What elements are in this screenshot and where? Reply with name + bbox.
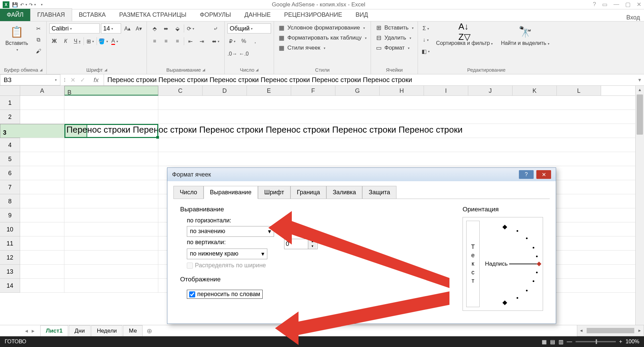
col-header-H[interactable]: H [380, 86, 424, 95]
conditional-formatting-button[interactable]: ▦Условное форматирование▾ [277, 23, 366, 32]
orientation-icon[interactable]: ⟳▾ [185, 23, 196, 33]
fill-color-icon[interactable]: 🪣▾ [98, 36, 108, 46]
align-middle-icon[interactable]: ⬌ [161, 23, 171, 33]
horizontal-scrollbar[interactable]: ◄ ► [577, 325, 644, 336]
sheet-tab[interactable]: Ме [123, 325, 143, 337]
dialog-close-icon[interactable]: ✕ [536, 170, 551, 179]
formula-input[interactable]: Перенос строки Перенос строки Перенос ст… [104, 74, 635, 85]
font-name-combo[interactable]: Calibri▾ [49, 23, 100, 33]
dlg-tab-number[interactable]: Число [173, 186, 204, 199]
format-painter-icon[interactable]: 🖌 [34, 46, 44, 56]
dlg-tab-alignment[interactable]: Выравнивание [204, 186, 258, 199]
sort-filter-button[interactable]: A↓Z▽ Сортировка и фильтр▾ [433, 23, 495, 48]
align-left-icon[interactable]: ≡ [150, 36, 160, 46]
tab-formulas[interactable]: ФОРМУЛЫ [193, 9, 238, 21]
expand-fbar-icon[interactable]: ▾ [635, 74, 644, 85]
scrollbar-thumb[interactable] [587, 328, 634, 333]
tab-view[interactable]: ВИД [349, 9, 375, 21]
confirm-icon[interactable]: ✓ [80, 76, 85, 84]
dots-icon[interactable]: ⁝ [64, 76, 66, 84]
italic-button[interactable]: К [61, 36, 71, 46]
cell-styles-button[interactable]: ▦Стили ячеек▾ [277, 44, 327, 52]
col-header-G[interactable]: G [335, 86, 380, 95]
vertical-align-select[interactable]: по нижнему краю▾ [187, 249, 267, 259]
dialog-help-icon[interactable]: ? [519, 170, 534, 179]
redo-icon[interactable]: ↷▾ [29, 1, 36, 8]
undo-icon[interactable]: ↶▾ [20, 1, 27, 8]
decrease-decimal-icon[interactable]: ←.0 [239, 49, 249, 59]
dialog-launcher-icon[interactable]: ◢ [104, 68, 107, 72]
col-header-L[interactable]: L [557, 86, 601, 95]
dialog-launcher-icon[interactable]: ◢ [40, 68, 42, 72]
save-icon[interactable]: 💾 [11, 1, 18, 8]
sheet-nav-next-icon[interactable]: ► [31, 328, 36, 334]
autosum-icon[interactable]: Σ▾ [421, 23, 431, 33]
number-format-combo[interactable]: Общий▾ [227, 23, 271, 33]
align-right-icon[interactable]: ≡ [172, 36, 182, 46]
find-select-button[interactable]: 🔭 Найти и выделить▾ [498, 23, 552, 48]
scrollbar-thumb[interactable] [637, 94, 643, 135]
fill-icon[interactable]: ↓▾ [421, 35, 431, 45]
bold-button[interactable]: Ж [49, 36, 59, 46]
sheet-tab[interactable]: Лист1 [40, 325, 68, 337]
percent-icon[interactable]: % [239, 36, 249, 46]
dialog-title-bar[interactable]: Формат ячеек ? ✕ [167, 168, 556, 181]
name-box[interactable]: B3▾ [0, 74, 60, 85]
tab-layout[interactable]: РАЗМЕТКА СТРАНИЦЫ [112, 9, 193, 21]
dlg-tab-font[interactable]: Шрифт [258, 186, 290, 199]
indent-spinner[interactable]: ▲▼ [284, 239, 318, 249]
row-header[interactable]: 14 [0, 279, 20, 293]
currency-icon[interactable]: ₽▾ [227, 36, 237, 46]
maximize-icon[interactable]: ▢ [625, 1, 631, 8]
spinner-down-icon[interactable]: ▼ [308, 244, 317, 249]
row-header[interactable]: 12 [0, 251, 20, 265]
col-header-A[interactable]: A [20, 86, 64, 95]
col-header-F[interactable]: F [291, 86, 335, 95]
col-header-E[interactable]: E [247, 86, 291, 95]
align-center-icon[interactable]: ≡ [161, 36, 171, 46]
col-header-B[interactable]: B [64, 86, 158, 95]
indent-input[interactable] [284, 239, 308, 249]
format-cells-button[interactable]: ▭Формат▾ [374, 44, 411, 52]
increase-font-icon[interactable]: A▴ [122, 23, 132, 33]
dlg-tab-protection[interactable]: Защита [362, 186, 396, 199]
decrease-indent-icon[interactable]: ⇤ [185, 36, 196, 46]
row-header[interactable]: 9 [0, 208, 20, 222]
tab-home[interactable]: ГЛАВНАЯ [30, 8, 72, 21]
sheet-tab[interactable]: Недели [91, 325, 123, 337]
dialog-launcher-icon[interactable]: ◢ [256, 68, 258, 72]
format-as-table-button[interactable]: ▦Форматировать как таблицу▾ [277, 33, 368, 42]
horizontal-align-select[interactable]: по значению▾ [187, 226, 274, 237]
wrap-text-checkbox[interactable]: переносить по словам [187, 290, 263, 299]
col-header-I[interactable]: I [424, 86, 468, 95]
orientation-dial[interactable]: Надпись [483, 221, 539, 307]
increase-decimal-icon[interactable]: .0→ [227, 49, 237, 59]
zoom-level[interactable]: 100% [626, 339, 639, 345]
align-bottom-icon[interactable]: ⬙ [172, 23, 182, 33]
help-icon[interactable]: ? [593, 1, 596, 8]
font-size-combo[interactable]: 14▾ [101, 23, 121, 33]
scroll-up-icon[interactable]: ▲ [636, 86, 644, 94]
row-header[interactable]: 8 [0, 194, 20, 208]
row-header[interactable]: 10 [0, 222, 20, 236]
view-break-icon[interactable]: ▥ [558, 339, 564, 345]
scroll-right-icon[interactable]: ► [636, 328, 644, 333]
zoom-slider[interactable] [576, 341, 616, 342]
tab-file[interactable]: ФАЙЛ [0, 9, 30, 21]
align-top-icon[interactable]: ⬘ [150, 23, 160, 33]
col-header-K[interactable]: K [513, 86, 557, 95]
comma-icon[interactable]: , [250, 36, 260, 46]
login-link[interactable]: Вход [626, 14, 644, 21]
select-all-corner[interactable] [0, 86, 20, 95]
view-normal-icon[interactable]: ▦ [542, 339, 547, 345]
row-header[interactable]: 13 [0, 265, 20, 279]
zoom-out-icon[interactable]: — [567, 339, 572, 345]
tab-insert[interactable]: ВСТАВКА [72, 9, 113, 21]
row-header[interactable]: 4 [0, 138, 20, 152]
dialog-launcher-icon[interactable]: ◢ [202, 68, 205, 72]
close-icon[interactable]: ✕ [637, 1, 641, 8]
spinner-up-icon[interactable]: ▲ [308, 239, 317, 244]
vertical-scrollbar[interactable]: ▲ ▼ [635, 86, 644, 333]
dlg-tab-border[interactable]: Граница [290, 186, 326, 199]
copy-icon[interactable]: ⧉ [34, 35, 44, 45]
